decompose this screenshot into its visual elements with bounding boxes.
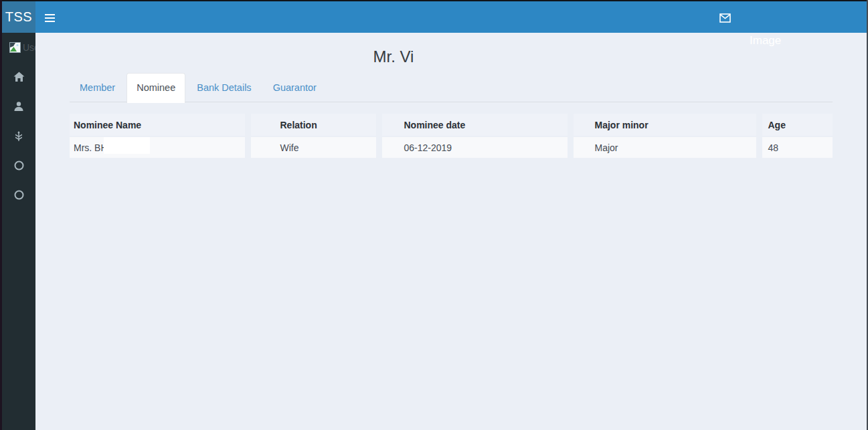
plant-icon bbox=[15, 131, 23, 141]
cell-major-minor: Major bbox=[570, 136, 759, 158]
column-header-relation: Relation bbox=[248, 114, 379, 136]
window-edge-left bbox=[0, 0, 2, 430]
tab-guarantor[interactable]: Guarantor bbox=[263, 74, 327, 102]
sidebar: Use bbox=[2, 33, 35, 430]
hamburger-menu-icon bbox=[45, 14, 55, 15]
broken-image-icon bbox=[9, 42, 21, 53]
sidebar-item-home[interactable] bbox=[2, 62, 35, 92]
sidebar-item-user-panel[interactable]: Use bbox=[2, 33, 35, 62]
column-header-nominee-date: Nominee date bbox=[379, 114, 570, 136]
cell-nominee-name: Mrs. BH bbox=[70, 136, 248, 158]
cell-nominee-date: 06-12-2019 bbox=[379, 136, 570, 158]
column-header-age: Age bbox=[759, 114, 833, 136]
page-title: Mr. Vi bbox=[70, 47, 717, 66]
brand-logo[interactable]: TSS bbox=[2, 1, 35, 33]
table-header-row: Nominee Name Relation Nominee date Major… bbox=[70, 114, 833, 136]
circle-outline-icon bbox=[14, 190, 24, 200]
column-header-nominee-name: Nominee Name bbox=[70, 114, 248, 136]
tab-bank-details[interactable]: Bank Details bbox=[187, 74, 261, 102]
sidebar-item-menu-2[interactable] bbox=[2, 180, 35, 209]
tab-nominee[interactable]: Nominee bbox=[126, 73, 185, 103]
cell-relation: Wife bbox=[248, 136, 379, 158]
nominee-table: Nominee Name Relation Nominee date Major… bbox=[70, 114, 833, 158]
tab-bar: Member Nominee Bank Details Guarantor bbox=[70, 72, 833, 102]
user-icon bbox=[13, 101, 24, 112]
user-image-alt-text: Use bbox=[23, 42, 35, 53]
table-row: Mrs. BH Wife 06-12-2019 Major 48 bbox=[70, 136, 833, 158]
messages-button[interactable] bbox=[719, 13, 731, 23]
sidebar-item-menu-1[interactable] bbox=[2, 150, 35, 180]
cell-age: 48 bbox=[759, 136, 833, 158]
home-icon bbox=[13, 72, 25, 82]
top-navbar bbox=[35, 1, 867, 33]
envelope-icon bbox=[719, 13, 731, 23]
sidebar-item-members[interactable] bbox=[2, 92, 35, 121]
circle-outline-icon bbox=[14, 160, 24, 171]
window-edge-top bbox=[0, 0, 868, 1]
name-redaction-overlay bbox=[104, 137, 150, 154]
tab-member[interactable]: Member bbox=[70, 74, 125, 102]
broken-image-alt-text: Image bbox=[750, 34, 781, 47]
sidebar-item-branches[interactable] bbox=[2, 121, 35, 150]
sidebar-toggle-button[interactable] bbox=[45, 14, 55, 22]
column-header-major-minor: Major minor bbox=[570, 114, 759, 136]
